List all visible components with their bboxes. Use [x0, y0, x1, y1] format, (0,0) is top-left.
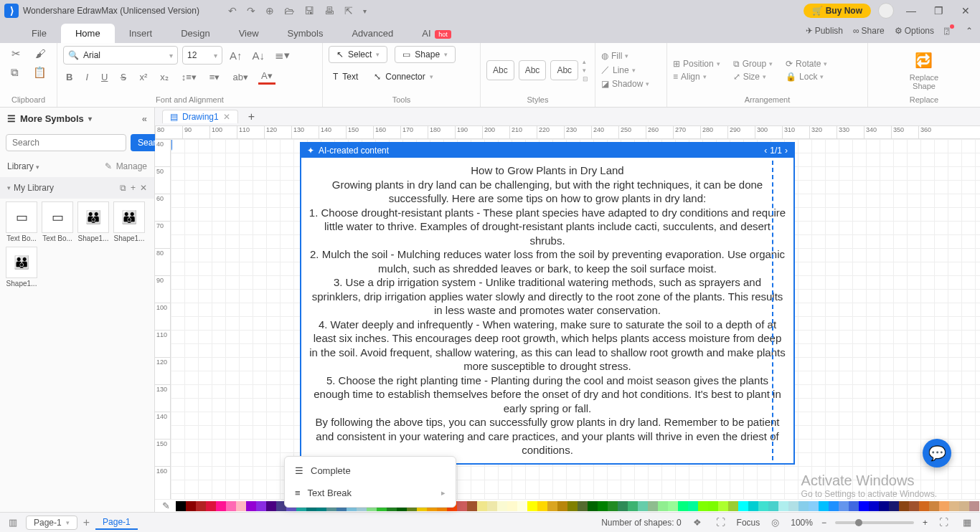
- color-swatch[interactable]: [748, 501, 758, 511]
- page-selector[interactable]: Page-1▾: [26, 516, 77, 530]
- color-swatch[interactable]: [578, 501, 588, 511]
- align-menu-icon[interactable]: ≣▾: [272, 47, 293, 63]
- my-library-label[interactable]: My Library: [14, 183, 54, 193]
- color-swatch[interactable]: [879, 501, 889, 511]
- zoom-level[interactable]: 100%: [791, 518, 813, 528]
- tab-insert[interactable]: Insert: [115, 24, 167, 43]
- print-icon[interactable]: 🖶: [324, 5, 334, 16]
- color-swatch[interactable]: [738, 501, 748, 511]
- fullscreen-icon[interactable]: ⛶: [936, 516, 951, 529]
- maximize-button[interactable]: ❐: [928, 5, 948, 16]
- color-swatch[interactable]: [819, 501, 829, 511]
- tab-ai[interactable]: AI hot: [407, 24, 465, 43]
- ai-content-box[interactable]: ✦ AI-created content ‹ 1/1 › How to Grow…: [300, 142, 795, 465]
- color-swatch[interactable]: [517, 501, 527, 511]
- replace-shape-button[interactable]: Replace Shape: [910, 73, 938, 90]
- color-swatch[interactable]: [527, 501, 537, 511]
- qat-caret-icon[interactable]: ▾: [363, 7, 367, 15]
- color-swatch[interactable]: [829, 501, 839, 511]
- panels-icon[interactable]: ▦: [960, 516, 974, 529]
- color-swatch[interactable]: [939, 501, 949, 511]
- ai-chat-fab[interactable]: 💬: [923, 439, 951, 467]
- ai-prev-icon[interactable]: ‹: [764, 146, 767, 156]
- color-swatch[interactable]: [959, 501, 969, 511]
- position-button[interactable]: ⊞Position▾: [673, 59, 720, 69]
- color-swatch[interactable]: [798, 501, 809, 511]
- color-swatch[interactable]: [497, 501, 507, 511]
- style-more-icon[interactable]: ⊟: [583, 75, 588, 82]
- color-swatch[interactable]: [477, 501, 487, 511]
- new-icon[interactable]: ⊕: [265, 5, 274, 16]
- color-swatch[interactable]: [246, 501, 256, 511]
- redo-icon[interactable]: ↷: [247, 5, 255, 16]
- page-list-icon[interactable]: ▥: [6, 516, 20, 529]
- document-tab[interactable]: ▤ Drawing1 ✕: [162, 110, 238, 123]
- color-swatch[interactable]: [537, 501, 547, 511]
- tab-symbols[interactable]: Symbols: [273, 24, 338, 43]
- style-preset-3[interactable]: Abc: [550, 60, 578, 80]
- library-dropdown[interactable]: Library ▾: [7, 161, 42, 171]
- add-page-button[interactable]: +: [83, 516, 90, 529]
- bullets-icon[interactable]: ≡▾: [207, 70, 223, 84]
- export-icon[interactable]: ⇱: [344, 5, 353, 16]
- color-swatch[interactable]: [658, 501, 668, 511]
- bold-icon[interactable]: B: [63, 70, 75, 84]
- lib-add-icon[interactable]: +: [131, 183, 136, 193]
- save-icon[interactable]: 🖫: [304, 5, 314, 16]
- color-swatch[interactable]: [186, 501, 196, 511]
- tab-design[interactable]: Design: [166, 24, 224, 43]
- strike-icon[interactable]: S̶: [118, 70, 129, 84]
- color-swatch[interactable]: [949, 501, 959, 511]
- color-swatch[interactable]: [839, 501, 849, 511]
- shape-tool-button[interactable]: ▭Shape▾: [395, 46, 456, 63]
- color-swatch[interactable]: [598, 501, 608, 511]
- publish-button[interactable]: ✈Publish: [806, 26, 843, 36]
- fit-page-icon[interactable]: ◎: [768, 516, 782, 529]
- library-item[interactable]: 👪Shape1...: [113, 201, 145, 242]
- eyedropper-icon[interactable]: ✎: [159, 499, 173, 512]
- color-swatch[interactable]: [256, 501, 266, 511]
- color-swatch[interactable]: [648, 501, 658, 511]
- highlight-icon[interactable]: ab▾: [230, 70, 250, 84]
- subscript-icon[interactable]: x₂: [157, 70, 171, 84]
- rotate-button[interactable]: ⟳Rotate▾: [786, 59, 827, 69]
- color-swatch[interactable]: [507, 501, 517, 511]
- color-swatch[interactable]: [567, 501, 578, 511]
- share-button[interactable]: ∞Share: [853, 26, 885, 36]
- paste-icon[interactable]: 📋: [30, 65, 50, 80]
- presentation-icon[interactable]: ⛶: [713, 516, 728, 529]
- zoom-slider[interactable]: [835, 521, 914, 524]
- open-icon[interactable]: 🗁: [284, 5, 294, 16]
- color-swatch[interactable]: [618, 501, 628, 511]
- color-swatch[interactable]: [176, 501, 186, 511]
- expand-icon[interactable]: ▾: [7, 184, 11, 191]
- ai-next-icon[interactable]: ›: [785, 146, 788, 156]
- color-swatch[interactable]: [216, 501, 226, 511]
- library-item[interactable]: 👪Shape1...: [77, 201, 109, 242]
- font-family-select[interactable]: 🔍Arial▾: [63, 46, 178, 65]
- library-item[interactable]: ▭Text Bo...: [6, 201, 37, 242]
- color-swatch[interactable]: [638, 501, 648, 511]
- minimize-button[interactable]: —: [901, 5, 921, 16]
- close-button[interactable]: ✕: [956, 5, 976, 16]
- color-swatch[interactable]: [678, 501, 688, 511]
- color-swatch[interactable]: [778, 501, 788, 511]
- more-symbols-label[interactable]: More Symbols: [20, 113, 84, 124]
- notifications-button[interactable]: ⍰: [944, 26, 956, 36]
- color-swatch[interactable]: [768, 501, 778, 511]
- shadow-button[interactable]: ◪Shadow▾: [601, 79, 649, 89]
- color-swatch[interactable]: [929, 501, 939, 511]
- color-swatch[interactable]: [909, 501, 919, 511]
- color-swatch[interactable]: [668, 501, 678, 511]
- options-button[interactable]: ⚙Options: [895, 26, 934, 36]
- style-up-icon[interactable]: ▴: [583, 58, 588, 65]
- zoom-in-button[interactable]: +: [923, 518, 928, 528]
- copy-icon[interactable]: ⧉: [8, 65, 22, 80]
- focus-label[interactable]: Focus: [737, 518, 760, 528]
- color-swatch[interactable]: [588, 501, 598, 511]
- layers-icon[interactable]: ❖: [690, 516, 705, 529]
- lock-button[interactable]: 🔒Lock▾: [786, 72, 827, 82]
- connector-tool-button[interactable]: ⤡Connector▾: [369, 69, 437, 85]
- ai-complete-item[interactable]: ☰Complete: [285, 460, 456, 482]
- group-button[interactable]: ⧉Group▾: [733, 59, 773, 69]
